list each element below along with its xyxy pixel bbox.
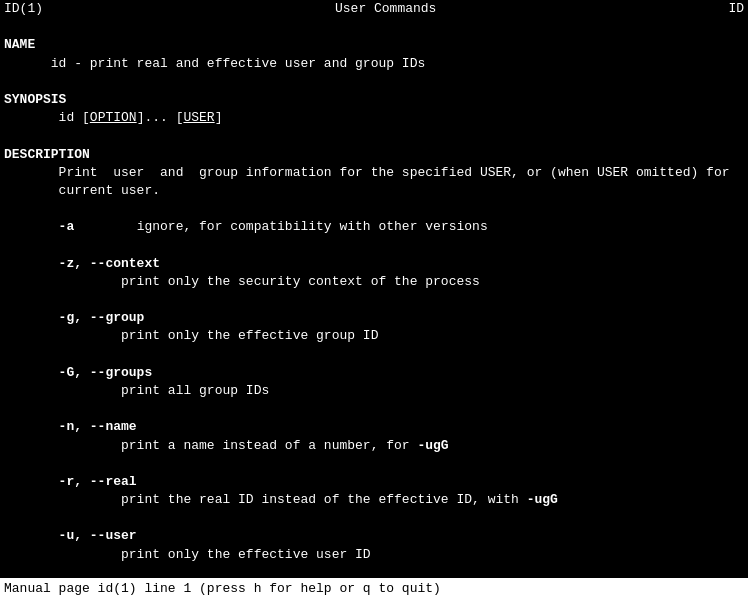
status-bar: Manual page id(1) line 1 (press h for he… — [0, 578, 748, 600]
header-left: ID(1) — [4, 0, 43, 18]
option-r-real-desc: print the real ID instead of the effecti… — [4, 491, 744, 509]
header-right: ID — [728, 0, 744, 18]
name-heading: NAME — [4, 36, 744, 54]
description-content-1: Print user and group information for the… — [4, 164, 744, 182]
blank-1 — [4, 18, 744, 36]
option-g-group-desc: print only the effective group ID — [4, 327, 744, 345]
option-g-group: -g, --group — [4, 309, 744, 327]
name-content: id - print real and effective user and g… — [4, 55, 744, 73]
blank-9 — [4, 455, 744, 473]
option-a: -a ignore, for compatibility with other … — [4, 218, 744, 236]
blank-5 — [4, 236, 744, 254]
option-r-real: -r, --real — [4, 473, 744, 491]
blank-4 — [4, 200, 744, 218]
blank-8 — [4, 400, 744, 418]
blank-10 — [4, 509, 744, 527]
content-area: ID(1) User Commands ID NAME id - print r… — [0, 0, 748, 580]
option-z-context-desc: print only the security context of the p… — [4, 273, 744, 291]
synopsis-content: id [OPTION]... [USER] — [4, 109, 744, 127]
option-n-name: -n, --name — [4, 418, 744, 436]
description-content-2: current user. — [4, 182, 744, 200]
option-G-groups: -G, --groups — [4, 364, 744, 382]
blank-3 — [4, 127, 744, 145]
blank-2 — [4, 73, 744, 91]
option-u-user-desc: print only the effective user ID — [4, 546, 744, 564]
blank-7 — [4, 346, 744, 364]
option-z-context: -z, --context — [4, 255, 744, 273]
synopsis-heading: SYNOPSIS — [4, 91, 744, 109]
terminal: ID(1) User Commands ID NAME id - print r… — [0, 0, 748, 600]
description-heading: DESCRIPTION — [4, 146, 744, 164]
option-u-user: -u, --user — [4, 527, 744, 545]
blank-6 — [4, 291, 744, 309]
header-line: ID(1) User Commands ID — [4, 0, 744, 18]
option-n-name-desc: print a name instead of a number, for -u… — [4, 437, 744, 455]
header-center: User Commands — [335, 0, 436, 18]
option-G-groups-desc: print all group IDs — [4, 382, 744, 400]
